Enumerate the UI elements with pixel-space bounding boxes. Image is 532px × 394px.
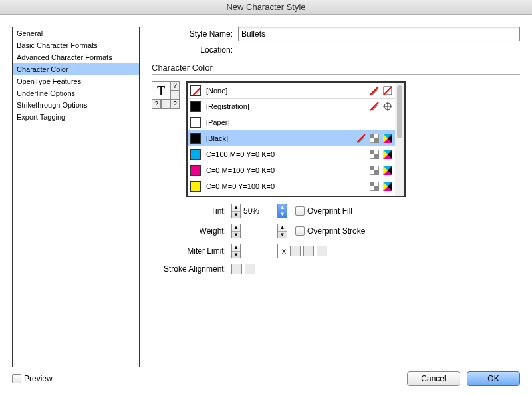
svg-line-3 — [370, 102, 378, 110]
preview-checkbox[interactable] — [12, 374, 21, 383]
proxy-q3: ? — [152, 100, 161, 109]
overprint-fill-checkbox[interactable] — [295, 206, 305, 216]
join-round-icon[interactable] — [303, 246, 314, 256]
swatch-row[interactable]: [None] — [188, 83, 395, 98]
swatch-name: C=100 M=0 Y=0 K=0 — [206, 150, 275, 158]
section-divider — [152, 74, 520, 75]
svg-rect-26 — [374, 170, 379, 175]
svg-rect-9 — [370, 134, 374, 138]
miter-x: x — [282, 246, 286, 256]
fill-stroke-proxy[interactable]: T ? ? ? — [152, 81, 181, 197]
weight-dropdown-icon[interactable]: ▲▼ — [278, 224, 287, 238]
proxy-q5: ? — [170, 100, 180, 109]
swatch-scrollbar[interactable] — [395, 83, 404, 196]
svg-rect-10 — [374, 138, 379, 143]
cancel-button[interactable]: Cancel — [407, 371, 460, 386]
checker-icon — [370, 182, 379, 191]
svg-rect-18 — [374, 154, 379, 159]
overprint-stroke-label: Overprint Stroke — [307, 226, 365, 236]
cmyk-icon — [383, 182, 392, 191]
join-miter-icon[interactable] — [290, 246, 301, 256]
nopencil-icon — [370, 86, 379, 95]
main-pane: Style Name: Location: Character Color T … — [152, 27, 520, 367]
stroke-align-label: Stroke Alignment: — [152, 264, 231, 274]
svg-rect-33 — [370, 182, 374, 186]
checker-icon — [370, 134, 379, 143]
svg-rect-17 — [370, 150, 374, 154]
cmyk-icon — [383, 134, 392, 143]
swatch-color-icon — [190, 149, 201, 160]
tint-label: Tint: — [152, 206, 231, 216]
swatch-color-icon — [190, 101, 201, 112]
dialog-window: New Character Style General Basic Charac… — [0, 0, 532, 394]
swatch-name: [Paper] — [206, 118, 229, 126]
swatch-list[interactable]: [None][Registration][Paper][Black]C=100 … — [188, 83, 395, 196]
title-text: New Character Style — [226, 2, 305, 12]
weight-step-arrows[interactable]: ▲▼ — [231, 224, 241, 238]
preview-label: Preview — [24, 374, 53, 383]
sidebar-item-underline[interactable]: Underline Options — [13, 87, 139, 99]
sidebar-item-char-color[interactable]: Character Color — [13, 63, 139, 75]
proxy-q2 — [170, 91, 180, 100]
registration-icon — [383, 102, 392, 111]
swatch-row[interactable]: C=100 M=0 Y=0 K=0 — [188, 146, 395, 162]
swatch-row[interactable]: C=0 M=0 Y=100 K=0 — [188, 178, 395, 194]
weight-stepper[interactable]: ▲▼ ▲▼ — [231, 224, 287, 238]
cmyk-icon — [383, 150, 392, 159]
miter-step-arrows[interactable]: ▲▼ — [231, 244, 241, 258]
swatch-color-icon — [190, 133, 201, 144]
location-label: Location: — [152, 45, 238, 55]
ok-button[interactable]: OK — [467, 371, 520, 386]
sidebar-item-export-tagging[interactable]: Export Tagging — [13, 111, 139, 123]
swatch-name: C=0 M=100 Y=0 K=0 — [206, 166, 275, 174]
style-name-input[interactable] — [238, 27, 520, 41]
none-icon — [383, 86, 392, 95]
swatch-name: [Black] — [206, 134, 228, 142]
proxy-q1: ? — [170, 81, 180, 91]
cmyk-icon — [383, 166, 392, 175]
nopencil-icon — [356, 134, 366, 143]
swatch-name: [None] — [206, 87, 227, 95]
align-inside-icon[interactable] — [245, 264, 255, 274]
style-name-label: Style Name: — [152, 29, 238, 39]
miter-stepper[interactable]: ▲▼ — [231, 244, 278, 258]
svg-rect-34 — [374, 186, 379, 191]
swatch-panel: [None][Registration][Paper][Black]C=100 … — [186, 81, 406, 197]
overprint-stroke-checkbox[interactable] — [295, 226, 305, 236]
swatch-color-icon — [190, 165, 201, 176]
sidebar-item-opentype[interactable]: OpenType Features — [13, 75, 139, 87]
sidebar-item-adv-char[interactable]: Advanced Character Formats — [13, 51, 139, 63]
proxy-q4 — [161, 100, 170, 109]
section-title: Character Color — [152, 63, 520, 73]
overprint-fill-label: Overprint Fill — [307, 206, 352, 216]
fill-proxy-icon[interactable]: T — [152, 81, 170, 100]
sidebar-item-general[interactable]: General — [13, 27, 139, 39]
weight-input[interactable] — [241, 224, 278, 238]
swatch-row[interactable]: [Paper] — [188, 114, 395, 130]
align-center-icon[interactable] — [231, 264, 242, 274]
swatch-color-icon — [190, 117, 201, 128]
swatch-name: [Registration] — [206, 102, 249, 110]
join-bevel-icon[interactable] — [317, 246, 327, 256]
swatch-color-icon — [190, 85, 201, 96]
sidebar-item-basic-char[interactable]: Basic Character Formats — [13, 39, 139, 51]
tint-stepper[interactable]: ▲▼ ▲▼ — [231, 204, 287, 218]
tint-step-arrows[interactable]: ▲▼ — [231, 204, 241, 218]
miter-input[interactable] — [241, 244, 278, 258]
swatch-color-icon — [190, 181, 201, 192]
swatch-name: C=0 M=0 Y=100 K=0 — [206, 182, 275, 190]
tint-dropdown-icon[interactable]: ▲▼ — [278, 204, 287, 218]
nopencil-icon — [370, 102, 379, 111]
swatch-row[interactable]: [Registration] — [188, 98, 395, 114]
sidebar-item-strikethrough[interactable]: Strikethrough Options — [13, 99, 139, 111]
checker-icon — [370, 150, 379, 159]
swatch-row[interactable]: C=0 M=100 Y=0 K=0 — [188, 162, 395, 178]
svg-line-7 — [357, 134, 365, 142]
category-sidebar: General Basic Character Formats Advanced… — [12, 27, 140, 367]
miter-label: Miter Limit: — [152, 246, 231, 256]
tint-input[interactable] — [241, 204, 278, 218]
weight-label: Weight: — [152, 226, 231, 236]
titlebar: New Character Style — [0, 0, 532, 15]
swatch-row[interactable]: [Black] — [188, 130, 395, 146]
svg-line-0 — [370, 87, 378, 95]
